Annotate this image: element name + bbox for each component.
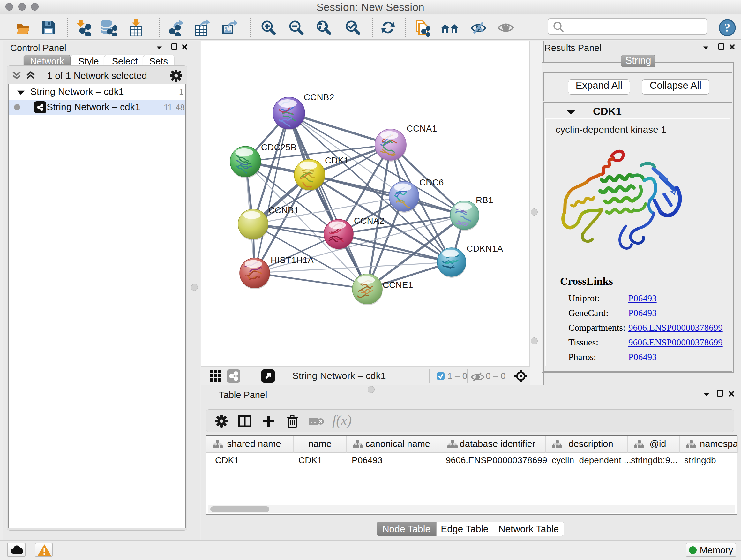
svg-text:CCNB1: CCNB1 — [268, 205, 299, 215]
svg-text:?: ? — [724, 21, 731, 34]
svg-text:CCNB2: CCNB2 — [304, 92, 334, 102]
svg-text:HIST1H1A: HIST1H1A — [271, 255, 314, 265]
svg-text:CDC6: CDC6 — [419, 178, 444, 187]
svg-text:CDK1: CDK1 — [325, 155, 349, 165]
svg-text:CDC25B: CDC25B — [261, 142, 297, 152]
svg-text:CCNA2: CCNA2 — [354, 216, 385, 226]
svg-text:RB1: RB1 — [476, 195, 493, 205]
svg-text:CCNE1: CCNE1 — [383, 280, 413, 290]
svg-text:CCNA1: CCNA1 — [407, 124, 437, 133]
svg-text:CDKN1A: CDKN1A — [467, 244, 503, 253]
